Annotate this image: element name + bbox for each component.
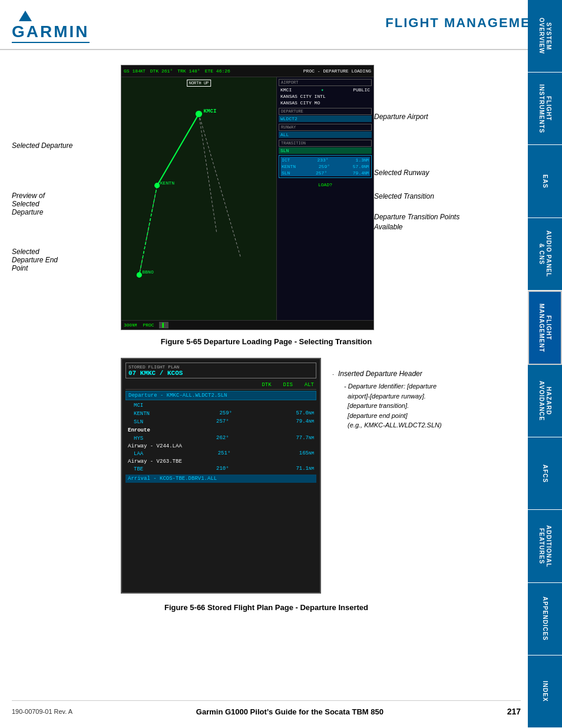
right-annotations-figure2: Inserted Departure Header - Departure Id… [321, 358, 521, 594]
fp-wp-sln: SLN 257° 79.4NM [125, 418, 316, 426]
ann2-line-container: Inserted Departure Header - Departure Id… [333, 370, 521, 430]
figure2-caption: Figure 5-66 Stored Flight Plan Page - De… [12, 603, 521, 612]
fp-wp-tbe-name: TBE [128, 466, 149, 473]
departure-airport-ann: Departure Airport [374, 112, 521, 122]
departure-value: WLDCT2 [280, 116, 297, 121]
preview-selected-departure-annotation: Preview ofSelectedDeparture [12, 192, 45, 216]
page-footer: 190-00709-01 Rev. A Garmin G1000 Pilot’s… [12, 700, 521, 716]
ann2-detail: - Departure Identifier: [departure airpo… [338, 381, 442, 430]
panel-inner: AIRPORT KMCI ✦ PUBLIC KANSAS CITY INTL K… [277, 77, 373, 191]
fp-wp-hys-dtk: 262° [216, 435, 229, 442]
departure-airport-label: Departure Airport [374, 112, 521, 122]
col-alt: ALT [305, 382, 314, 388]
proc-indicator: ▌ [159, 322, 169, 328]
svg-text:KMCI: KMCI [204, 108, 217, 114]
svg-text:BBNO: BBNO [142, 269, 154, 275]
transition-selected: SLN [280, 148, 289, 153]
garmin-logo-underline [12, 42, 90, 43]
airport-name: KANSAS CITY INTL [280, 94, 326, 99]
footer-part-number: 190-00709-01 Rev. A [12, 708, 72, 715]
departure-transition-points-ann: Departure Transition PointsAvailable [374, 212, 521, 232]
selected-transition-ann: Selected Transition [374, 192, 521, 202]
fp-wp-tbe-dtk: 210° [216, 466, 229, 473]
svg-line-2 [199, 114, 217, 233]
col-dtk: DTK [262, 382, 271, 388]
range-value: 300NM [124, 322, 137, 328]
figure2-container: STORED FLIGHT PLAN 07 KMKC / KCOS DTK DI… [12, 358, 521, 594]
garmin-logo-text: GARMIN [12, 22, 90, 41]
transition-item-kentn[interactable]: KENTN259°57.0NM [280, 163, 370, 170]
figure2-screen: STORED FLIGHT PLAN 07 KMKC / KCOS DTK DI… [121, 358, 321, 594]
fp-wp-hys-name: HYS [128, 435, 149, 442]
sidebar-tab-flight-instruments[interactable]: FLIGHTINSTRUMENTS [528, 73, 562, 145]
screen1-map: NORTH UP KMCI KENTN BBNO [121, 77, 276, 330]
svg-point-4 [196, 111, 201, 117]
sidebar-tab-afcs[interactable]: AFCS [528, 437, 562, 510]
fp-route: 07 KMKC / KCOS [128, 370, 313, 377]
garmin-triangle-icon [19, 11, 32, 21]
proc-title: PROC - DEPARTURE LOADING [303, 68, 371, 74]
gs-value: GS 184KT [124, 68, 146, 74]
airport-name-row: KANSAS CITY INTL [279, 93, 372, 100]
runway-value-row: ALL [279, 131, 372, 138]
fp-wp-laa-dtk: 251° [218, 450, 231, 457]
sidebar-tab-system-overview[interactable]: SYSTEMOVERVIEW [528, 0, 562, 73]
svg-line-10 [157, 114, 199, 185]
transition-header: TRANSITION [279, 140, 372, 147]
fp-wp-sln-dtk: 257° [216, 419, 229, 426]
sidebar-tab-appendices[interactable]: APPENDICES [528, 583, 562, 655]
page-header: GARMIN FLIGHT MANAGEMENT [0, 0, 562, 50]
screen1-bottom-bar: 300NM PROC ▌ [121, 320, 373, 330]
footer-page-number: 217 [507, 707, 521, 716]
fp-wp-tbe-dis: 71.1NM [296, 466, 314, 473]
fp-wp-mci: MCI [125, 401, 316, 410]
fp-wp-laa: LAA 251° 165NM [125, 450, 316, 458]
map-svg: KMCI KENTN BBNO [121, 77, 276, 330]
sidebar-tab-index[interactable]: INDEX [528, 655, 562, 728]
transition-selected-row: SLN [279, 147, 372, 154]
screen1-topbar: GS 184KT DTK 261° TRK 148° ETE 46:26 PRO… [121, 65, 373, 77]
page-title: FLIGHT MANAGEMENT [385, 11, 550, 31]
left-annotations: Selected Departure Preview ofSelectedDep… [12, 65, 121, 330]
sidebar-tab-additional-features[interactable]: ADDITIONALFEATURES [528, 510, 562, 582]
fp-header-box: STORED FLIGHT PLAN 07 KMKC / KCOS [125, 363, 316, 378]
load-label[interactable]: LOAD? [279, 180, 372, 189]
departure-value-row: WLDCT2 [279, 116, 372, 122]
footer-title: Garmin G1000 Pilot’s Guide for the Socat… [196, 707, 384, 716]
airport-section: AIRPORT KMCI ✦ PUBLIC KANSAS CITY INTL K… [279, 79, 372, 106]
fp-wp-laa-name: LAA [128, 450, 149, 457]
sidebar-tab-audio-panel[interactable]: AUDIO PANEL& CNS [528, 218, 562, 291]
fp-arrival-row: Arrival - KCOS-TBE.DBRV1.ALL [125, 475, 316, 483]
fp-stored-label: STORED FLIGHT PLAN [128, 364, 313, 370]
fp-wp-tbe: TBE 210° 71.1NM [125, 465, 316, 473]
fp-wp-laa-dis: 165NM [299, 450, 314, 457]
fp-wp-sln-name: SLN [128, 419, 149, 426]
transition-list-box: ICT233°1.3NM KENTN259°57.0NM SLN257°79.4… [279, 155, 372, 178]
airport-id-row: KMCI ✦ PUBLIC [279, 87, 372, 93]
departure-header: DEPARTURE [279, 108, 372, 115]
runway-header: RUNWAY [279, 124, 372, 131]
sidebar-tab-hazard-avoidance[interactable]: HAZARDAVOIDANCE [528, 365, 562, 437]
runway-section: RUNWAY ALL [279, 124, 372, 138]
fp-airway1-label: Airway - V244.LAA [125, 443, 316, 450]
ete-value: ETE 46:26 [205, 68, 230, 74]
screen1-panel: AIRPORT KMCI ✦ PUBLIC KANSAS CITY INTL K… [276, 77, 373, 330]
sidebar-tab-eas[interactable]: EAS [528, 145, 562, 218]
fp-wp-sln-dis: 79.4NM [296, 419, 314, 426]
transition-item-sln[interactable]: SLN257°79.4NM [280, 170, 370, 176]
ann2-title: Inserted Departure Header [338, 370, 442, 378]
svg-line-3 [199, 114, 241, 257]
right-annotations-figure1: Departure Airport Selected Runway Select… [374, 65, 521, 330]
transition-item-ict[interactable]: ICT233°1.3NM [280, 157, 370, 163]
airport-city-row: KANSAS CITY MO [279, 100, 372, 106]
fp-departure-row: Departure - KMKC-ALL.WLDCT2.SLN [125, 391, 316, 400]
ann2-connector [333, 374, 333, 375]
transition-section: TRANSITION SLN ICT233°1.3NM KENTN259°57.… [279, 140, 372, 178]
departure-section: DEPARTURE WLDCT2 [279, 108, 372, 122]
selected-runway-label: Selected Runway [374, 168, 521, 178]
fp-wp-hys-dis: 77.7NM [296, 435, 314, 442]
selected-departure-end-annotation: SelectedDeparture EndPoint [12, 248, 58, 272]
sidebar-tab-flight-management[interactable]: FLIGHTMANAGEMENT [528, 291, 562, 365]
airport-header: AIRPORT [279, 79, 372, 86]
svg-text:KENTN: KENTN [160, 180, 174, 186]
